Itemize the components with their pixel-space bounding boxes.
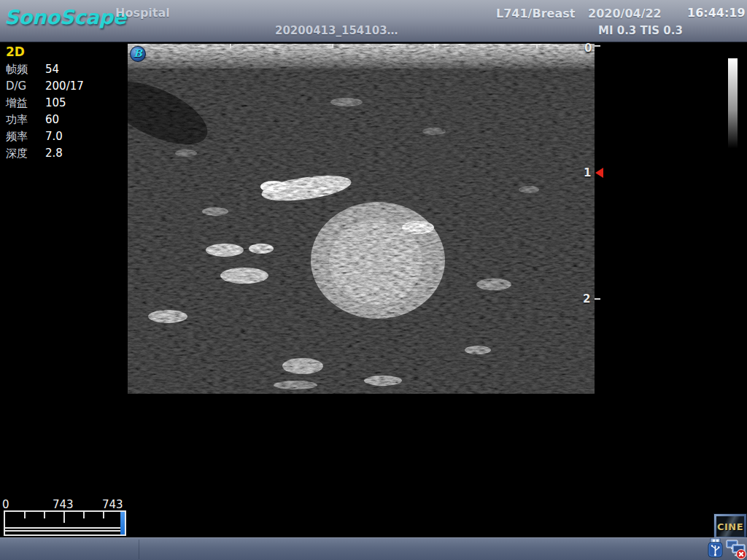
width-scale-tick [332, 44, 333, 48]
b-mode-icon: B [130, 46, 146, 62]
exam-file-name: 20200413_154103… [275, 24, 398, 37]
scrubber-track-line [5, 530, 122, 532]
param-row-depth: 深度 2.8 [6, 147, 123, 161]
cine-scrubber[interactable] [4, 510, 126, 536]
network-disconnected-icon[interactable] [726, 540, 746, 560]
param-label: 频率 [6, 130, 28, 144]
depth-tick [595, 298, 600, 300]
param-label: 增益 [6, 96, 28, 110]
depth-mark-1: 1 [584, 166, 591, 179]
time-display: 16:44:19 [687, 6, 746, 20]
param-value: 54 [45, 63, 59, 76]
sonoscape-logo: SonoScape [4, 6, 126, 28]
cine-current-frame: 743 [53, 498, 74, 511]
taskbar-divider [139, 540, 139, 559]
speckle-render [128, 44, 595, 394]
ultrasound-image[interactable]: B [128, 44, 595, 394]
width-scale-tick [230, 44, 231, 48]
cine-button-face: CINE [716, 516, 744, 537]
taskbar [0, 537, 747, 560]
hospital-name: Hospital [115, 6, 170, 20]
param-label: 深度 [6, 147, 28, 160]
param-row-gain: 增益 105 [6, 96, 123, 111]
ultrasound-screen: SonoScape Hospital 20200413_154103… L741… [0, 0, 747, 560]
scrubber-track-line [5, 527, 122, 529]
date-display: 2020/04/22 [588, 7, 662, 20]
width-scale-tick [434, 44, 436, 48]
mi-tis-display: MI 0.3 TIS 0.3 [598, 24, 683, 37]
depth-mark-0: 0 [584, 42, 592, 55]
scrubber-tick [83, 512, 85, 518]
usb-device-icon[interactable] [707, 538, 724, 560]
param-value: 200/17 [45, 79, 84, 93]
param-row-power: 功率 60 [6, 113, 123, 128]
scrubber-tick [103, 512, 104, 518]
depth-tick [595, 45, 600, 47]
scrubber-tick-major [63, 512, 65, 523]
depth-mark-2: 2 [583, 292, 590, 306]
param-label: 帧频 [6, 63, 28, 77]
param-label: D/G [6, 79, 26, 93]
param-label: 功率 [6, 113, 28, 127]
param-value: 2.8 [45, 147, 63, 160]
mode-label: 2D [6, 44, 25, 59]
grayscale-bar [728, 58, 738, 153]
header-bar: SonoScape Hospital 20200413_154103… L741… [0, 0, 747, 42]
param-row-framerate: 帧频 54 [6, 63, 123, 77]
cine-total-frames: 743 [102, 498, 123, 511]
scrubber-tick [24, 512, 26, 518]
param-value: 105 [45, 96, 66, 109]
scrubber-tick [44, 512, 45, 518]
focus-marker-icon[interactable] [595, 168, 603, 178]
cine-start-frame: 0 [2, 498, 9, 511]
param-value: 60 [45, 113, 59, 126]
probe-preset: L741/Breast [496, 7, 575, 20]
width-scale-tick [536, 44, 538, 48]
cine-slider-handle[interactable] [120, 512, 125, 534]
param-row-frequency: 频率 7.0 [6, 130, 123, 144]
cine-button[interactable]: CINE [713, 513, 747, 540]
param-row-dg: D/G 200/17 [6, 79, 123, 94]
cine-button-label: CINE [717, 521, 743, 532]
param-value: 7.0 [45, 130, 63, 143]
